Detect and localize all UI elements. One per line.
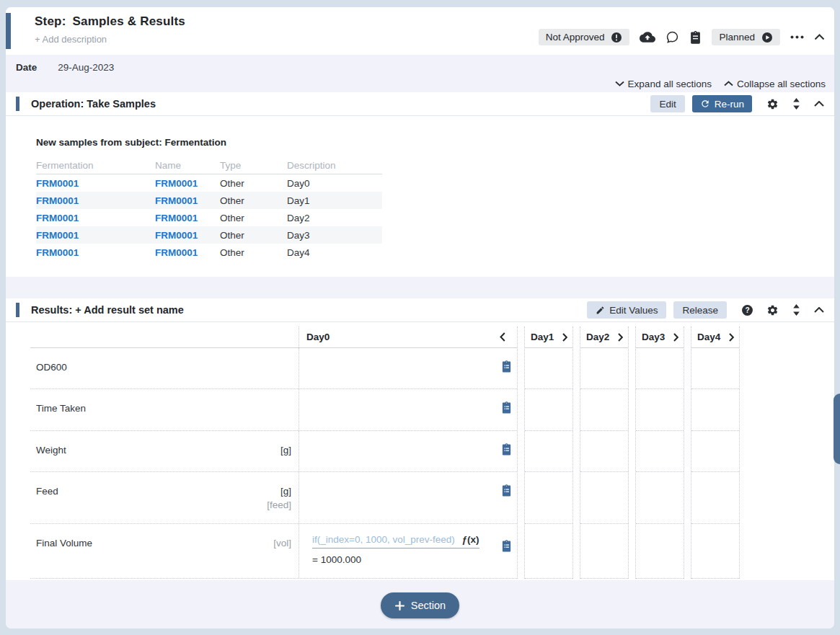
- sample-name-link[interactable]: FRM0001: [155, 247, 220, 258]
- result-cell[interactable]: [580, 472, 628, 524]
- collapse-section-chevron-up-icon[interactable]: [814, 307, 824, 313]
- result-cell[interactable]: [580, 389, 628, 431]
- sample-subject-link[interactable]: FRM0001: [36, 195, 155, 206]
- sample-name-link[interactable]: FRM0001: [155, 178, 220, 189]
- collapse-step-chevron-up-icon[interactable]: [814, 34, 825, 40]
- comment-icon[interactable]: [666, 31, 679, 43]
- result-cell-day0[interactable]: [299, 389, 517, 430]
- result-cell[interactable]: [580, 524, 628, 579]
- collapse-all-sections-button[interactable]: Collapse all sections: [724, 79, 826, 89]
- run-status-badge[interactable]: Planned: [712, 29, 780, 45]
- result-cell[interactable]: [636, 431, 684, 472]
- add-section-label: Section: [411, 600, 446, 611]
- result-cell-day0[interactable]: [299, 431, 517, 471]
- chevron-left-icon[interactable]: [500, 332, 505, 342]
- clipboard-list-icon[interactable]: [501, 401, 512, 414]
- chevron-right-icon[interactable]: [673, 333, 678, 342]
- sort-arrows-icon[interactable]: [792, 304, 801, 316]
- result-cell[interactable]: [525, 472, 572, 524]
- rerun-button[interactable]: Re-run: [692, 95, 752, 112]
- result-cell[interactable]: [636, 348, 684, 389]
- clipboard-list-icon[interactable]: [501, 539, 512, 552]
- result-row-alias: [feed]: [267, 499, 291, 510]
- result-row-label: Feed: [36, 486, 58, 523]
- approval-status-badge[interactable]: Not Approved: [539, 29, 630, 45]
- chevron-up-icon: [724, 81, 733, 86]
- result-cell[interactable]: [525, 348, 572, 389]
- result-cell[interactable]: [636, 472, 684, 524]
- result-cell[interactable]: [525, 389, 572, 431]
- result-cell[interactable]: [691, 431, 739, 472]
- expand-all-sections-button[interactable]: Expand all sections: [615, 79, 712, 89]
- result-day-column: Day1: [524, 327, 573, 579]
- sample-type: Other: [220, 247, 287, 258]
- results-label-column-header: [30, 327, 299, 347]
- day-column-header: Day1: [531, 332, 554, 342]
- result-row-unit: [g]: [280, 445, 291, 456]
- refresh-icon: [700, 99, 710, 109]
- result-row-alias: [vol]: [273, 538, 291, 549]
- clipboard-list-icon[interactable]: [501, 484, 512, 497]
- result-row-label: OD600: [36, 362, 67, 388]
- result-cell[interactable]: [636, 524, 684, 579]
- chevron-right-icon[interactable]: [729, 333, 734, 342]
- result-cell[interactable]: [525, 431, 572, 472]
- day-column-header: Day4: [697, 332, 720, 342]
- sample-subject-link[interactable]: FRM0001: [36, 178, 155, 189]
- sample-name-link[interactable]: FRM0001: [155, 213, 220, 223]
- result-cell[interactable]: [636, 389, 684, 431]
- result-cell-day0[interactable]: [299, 348, 517, 388]
- sample-subject-link[interactable]: FRM0001: [36, 213, 155, 223]
- result-cell[interactable]: [691, 389, 739, 431]
- release-button[interactable]: Release: [673, 301, 727, 319]
- add-section-button[interactable]: Section: [381, 592, 459, 618]
- step-accent-bar: [6, 13, 11, 49]
- sample-name-link[interactable]: FRM0001: [155, 195, 220, 206]
- edit-button[interactable]: Edit: [650, 95, 684, 112]
- sample-name-link[interactable]: FRM0001: [155, 230, 220, 241]
- results-section-title[interactable]: Results: + Add result set name: [31, 304, 184, 316]
- result-cell[interactable]: [691, 348, 739, 389]
- clipboard-list-icon[interactable]: [501, 443, 512, 456]
- result-cell[interactable]: [580, 431, 628, 472]
- cloud-upload-icon[interactable]: [640, 31, 655, 43]
- svg-text:?: ?: [745, 306, 749, 314]
- ellipsis-icon[interactable]: [790, 35, 804, 39]
- sort-arrows-icon[interactable]: [792, 98, 801, 110]
- chevron-right-icon[interactable]: [562, 333, 567, 342]
- sample-table-row: FRM0001 FRM0001 Other Day1: [36, 192, 382, 209]
- sample-subject-link[interactable]: FRM0001: [36, 247, 155, 258]
- formula-expression[interactable]: if(_index=0, 1000, vol_prev-feed): [312, 534, 455, 545]
- result-cell[interactable]: [691, 524, 739, 579]
- add-description-button[interactable]: + Add description: [35, 34, 185, 45]
- gear-icon[interactable]: [766, 98, 779, 110]
- clipboard-list-icon[interactable]: [501, 360, 512, 373]
- sample-description: Day2: [287, 213, 382, 223]
- gear-icon[interactable]: [766, 304, 779, 316]
- result-cell-day0[interactable]: [299, 472, 517, 523]
- collapse-section-chevron-up-icon[interactable]: [814, 101, 824, 107]
- sample-description: Day1: [287, 195, 382, 206]
- alert-circle-icon: [611, 32, 622, 43]
- edit-values-button[interactable]: Edit Values: [587, 301, 666, 319]
- sample-subject-link[interactable]: FRM0001: [36, 230, 155, 241]
- result-row-label: Weight: [36, 445, 66, 471]
- play-circle-icon[interactable]: [761, 32, 773, 43]
- result-row: Feed [g] [feed]: [30, 472, 517, 524]
- column-header-type: Type: [220, 160, 287, 171]
- chevron-right-icon[interactable]: [618, 333, 623, 342]
- result-row-label: Final Volume: [36, 538, 92, 578]
- help-circle-icon[interactable]: ?: [741, 304, 753, 316]
- result-row-unit: [g]: [280, 486, 291, 497]
- column-header-description: Description: [287, 160, 382, 171]
- rerun-button-label: Re-run: [715, 99, 744, 110]
- result-cell[interactable]: [580, 348, 628, 389]
- day-column-header: Day3: [642, 332, 665, 342]
- side-panel-handle[interactable]: [834, 394, 840, 464]
- result-cell[interactable]: [525, 524, 572, 579]
- result-cell[interactable]: [691, 472, 739, 524]
- results-table: Day0 OD600: [30, 327, 834, 579]
- result-cell-day0[interactable]: if(_index=0, 1000, vol_prev-feed) ƒ(x) =…: [299, 524, 517, 578]
- clipboard-icon[interactable]: [689, 30, 702, 44]
- date-value[interactable]: 29-Aug-2023: [58, 62, 114, 73]
